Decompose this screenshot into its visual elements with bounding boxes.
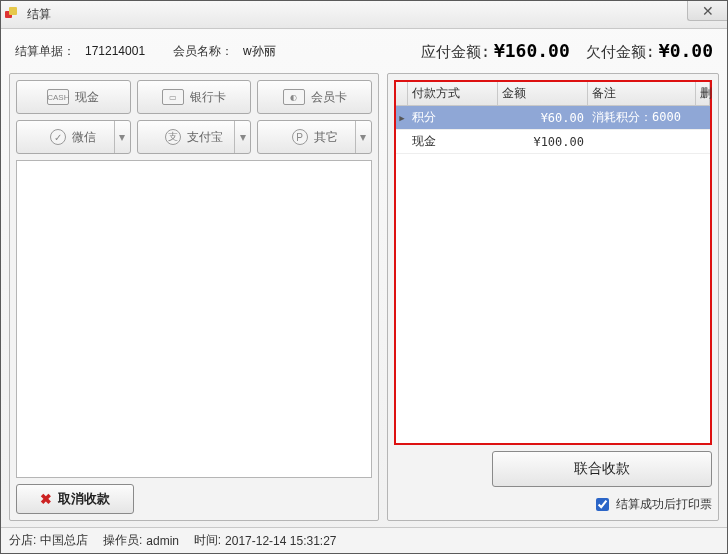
row-marker: ▶ <box>396 106 408 129</box>
app-icon <box>5 7 21 23</box>
bank-card-button[interactable]: ▭ 银行卡 <box>137 80 252 114</box>
left-panel: CASH 现金 ▭ 银行卡 ◐ 会员卡 ✓ 微信 ▾ <box>9 73 379 521</box>
time-value: 2017-12-14 15:31:27 <box>225 534 336 548</box>
cancel-icon: ✖ <box>40 491 52 507</box>
cell-del[interactable] <box>696 130 710 153</box>
col-remark[interactable]: 备注 <box>588 82 696 105</box>
table-row[interactable]: ▶积分¥60.00消耗积分：6000 <box>396 106 710 130</box>
other-dropdown[interactable]: ▾ <box>355 121 371 153</box>
cancel-button[interactable]: ✖ 取消收款 <box>16 484 134 514</box>
payments-table: 付款方式 金额 备注 删 ▶积分¥60.00消耗积分：6000现金¥100.00 <box>394 80 712 445</box>
header-row: 结算单据： 171214001 会员名称： w孙丽 应付金额: ¥160.00 … <box>9 29 719 73</box>
cancel-label: 取消收款 <box>58 490 110 508</box>
table-row[interactable]: 现金¥100.00 <box>396 130 710 154</box>
cell-remark: 消耗积分：6000 <box>588 106 696 129</box>
main-area: CASH 现金 ▭ 银行卡 ◐ 会员卡 ✓ 微信 ▾ <box>9 73 719 521</box>
cell-method: 积分 <box>408 106 498 129</box>
member-card-icon: ◐ <box>283 89 305 105</box>
operator-label: 操作员: <box>103 532 142 549</box>
header-amounts: 应付金额: ¥160.00 欠付金额: ¥0.00 <box>409 40 713 62</box>
close-button[interactable]: ✕ <box>687 1 727 21</box>
cash-icon: CASH <box>47 89 69 105</box>
table-header: 付款方式 金额 备注 删 <box>396 82 710 106</box>
member-label: 会员卡 <box>311 89 347 106</box>
print-checkbox[interactable] <box>596 498 609 511</box>
cash-button[interactable]: CASH 现金 <box>16 80 131 114</box>
branch-label: 分店: <box>9 532 36 549</box>
combined-pay-button[interactable]: 联合收款 <box>492 451 712 487</box>
payment-method-buttons: CASH 现金 ▭ 银行卡 ◐ 会员卡 ✓ 微信 ▾ <box>16 80 372 154</box>
other-label: 其它 <box>314 129 338 146</box>
member-label: 会员名称： <box>173 43 233 60</box>
alipay-button[interactable]: 支 支付宝 ▾ <box>137 120 252 154</box>
time-label: 时间: <box>194 532 221 549</box>
event-log-box <box>16 160 372 478</box>
row-marker <box>396 130 408 153</box>
bank-card-icon: ▭ <box>162 89 184 105</box>
settlement-window: 结算 ✕ 结算单据： 171214001 会员名称： w孙丽 应付金额: ¥16… <box>0 0 728 554</box>
operator-value: admin <box>146 534 179 548</box>
member-name: w孙丽 <box>243 43 276 60</box>
alipay-dropdown[interactable]: ▾ <box>234 121 250 153</box>
branch-value: 中国总店 <box>40 532 88 549</box>
wechat-dropdown[interactable]: ▾ <box>114 121 130 153</box>
due-label: 欠付金额: <box>586 43 655 62</box>
order-label: 结算单据： <box>15 43 75 60</box>
titlebar: 结算 ✕ <box>1 1 727 29</box>
content-area: 结算单据： 171214001 会员名称： w孙丽 应付金额: ¥160.00 … <box>1 29 727 527</box>
right-bottom-actions: 联合收款 结算成功后打印票 <box>394 451 712 514</box>
col-marker <box>396 82 408 105</box>
cell-amount: ¥60.00 <box>498 106 588 129</box>
bank-label: 银行卡 <box>190 89 226 106</box>
other-icon: P <box>292 129 308 145</box>
cell-remark <box>588 130 696 153</box>
col-del[interactable]: 删 <box>696 82 710 105</box>
table-body: ▶积分¥60.00消耗积分：6000现金¥100.00 <box>396 106 710 443</box>
due-amount: ¥0.00 <box>659 40 713 61</box>
print-checkbox-row[interactable]: 结算成功后打印票 <box>592 495 712 514</box>
cell-amount: ¥100.00 <box>498 130 588 153</box>
order-no: 171214001 <box>85 44 145 58</box>
wechat-label: 微信 <box>72 129 96 146</box>
col-amount[interactable]: 金额 <box>498 82 588 105</box>
cell-method: 现金 <box>408 130 498 153</box>
cell-del[interactable] <box>696 106 710 129</box>
statusbar: 分店: 中国总店 操作员: admin 时间: 2017-12-14 15:31… <box>1 527 727 553</box>
other-button[interactable]: P 其它 ▾ <box>257 120 372 154</box>
col-method[interactable]: 付款方式 <box>408 82 498 105</box>
wechat-icon: ✓ <box>50 129 66 145</box>
print-label: 结算成功后打印票 <box>616 496 712 513</box>
wechat-button[interactable]: ✓ 微信 ▾ <box>16 120 131 154</box>
alipay-label: 支付宝 <box>187 129 223 146</box>
member-card-button[interactable]: ◐ 会员卡 <box>257 80 372 114</box>
payable-amount: ¥160.00 <box>494 40 570 61</box>
window-title: 结算 <box>27 6 51 23</box>
alipay-icon: 支 <box>165 129 181 145</box>
cash-label: 现金 <box>75 89 99 106</box>
right-panel: 付款方式 金额 备注 删 ▶积分¥60.00消耗积分：6000现金¥100.00… <box>387 73 719 521</box>
payable-label: 应付金额: <box>421 43 490 62</box>
combined-pay-label: 联合收款 <box>574 460 630 478</box>
